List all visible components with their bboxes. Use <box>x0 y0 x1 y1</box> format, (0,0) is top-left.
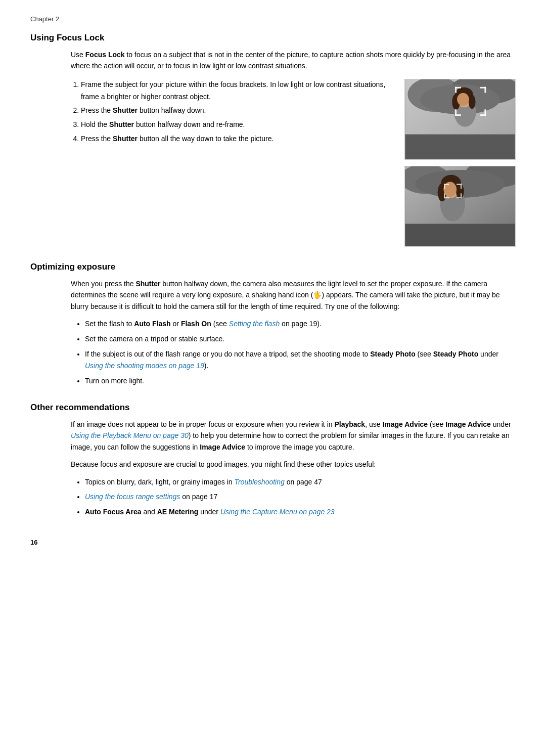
svg-rect-23 <box>405 224 515 246</box>
focus-lock-title: Using Focus Lock <box>30 33 516 43</box>
bullet-troubleshooting: Topics on blurry, dark, light, or grainy… <box>85 476 516 488</box>
focus-lock-steps: Frame the subject for your picture withi… <box>71 79 392 147</box>
svg-rect-4 <box>405 134 515 159</box>
bullet-focus-range: Using the focus range settings on page 1… <box>85 491 516 503</box>
svg-rect-16 <box>455 87 457 93</box>
bullet-auto-focus: Auto Focus Area and AE Metering under Us… <box>85 506 516 518</box>
bullet-more-light: Turn on more light. <box>85 375 516 387</box>
svg-rect-18 <box>455 109 457 115</box>
step-2: Press the Shutter button halfway down. <box>81 105 392 117</box>
camera-photo-1 <box>404 79 516 160</box>
playback-menu-link[interactable]: Using the Playback Menu on page 30 <box>71 431 189 439</box>
svg-rect-35 <box>444 193 445 198</box>
optimizing-exposure-section: Optimizing exposure When you press the S… <box>30 262 516 387</box>
svg-rect-14 <box>484 109 486 115</box>
step-4: Press the Shutter button all the way dow… <box>81 133 392 145</box>
focus-range-link[interactable]: Using the focus range settings <box>85 493 180 501</box>
focus-lock-intro: Use Focus Lock to focus on a subject tha… <box>71 49 516 72</box>
bullet-steady-photo: If the subject is out of the flash range… <box>85 348 516 373</box>
focus-lock-content: Frame the subject for your picture withi… <box>71 79 516 247</box>
focus-lock-section: Using Focus Lock Use Focus Lock to focus… <box>30 33 516 247</box>
step-3: Hold the Shutter button halfway down and… <box>81 119 392 131</box>
other-recommendations-section: Other recommendations If an image does n… <box>30 403 516 518</box>
step-1: Frame the subject for your picture withi… <box>81 79 392 103</box>
steps-list: Frame the subject for your picture withi… <box>71 79 392 145</box>
page-number: 16 <box>30 539 516 546</box>
bullet-tripod: Set the camera on a tripod or stable sur… <box>85 333 516 345</box>
svg-point-10 <box>457 93 469 106</box>
camera-images-area <box>404 79 516 247</box>
other-rec-body1: If an image does not appear to be in pro… <box>71 419 516 453</box>
svg-rect-12 <box>484 87 486 93</box>
svg-point-28 <box>456 184 464 199</box>
shooting-modes-link[interactable]: Using the shooting modes on page 19 <box>85 362 204 370</box>
other-recommendations-title: Other recommendations <box>30 403 516 413</box>
optimizing-bullets: Set the flash to Auto Flash or Flash On … <box>71 318 516 387</box>
other-rec-bullets: Topics on blurry, dark, light, or grainy… <box>71 476 516 518</box>
troubleshooting-link[interactable]: Troubleshooting <box>234 478 284 486</box>
optimizing-exposure-body: When you press the Shutter button halfwa… <box>71 278 516 312</box>
other-rec-body2: Because focus and exposure are crucial t… <box>71 459 516 470</box>
capture-menu-link[interactable]: Using the Capture Menu on page 23 <box>220 508 335 516</box>
chapter-label: Chapter 2 <box>30 15 516 23</box>
optimizing-exposure-title: Optimizing exposure <box>30 262 516 272</box>
svg-point-9 <box>469 95 476 109</box>
bullet-flash: Set the flash to Auto Flash or Flash On … <box>85 318 516 330</box>
svg-rect-33 <box>461 184 462 189</box>
setting-flash-link[interactable]: Setting the flash <box>229 320 280 328</box>
camera-photo-2 <box>404 166 516 247</box>
svg-rect-37 <box>461 193 462 198</box>
svg-rect-31 <box>444 184 445 189</box>
